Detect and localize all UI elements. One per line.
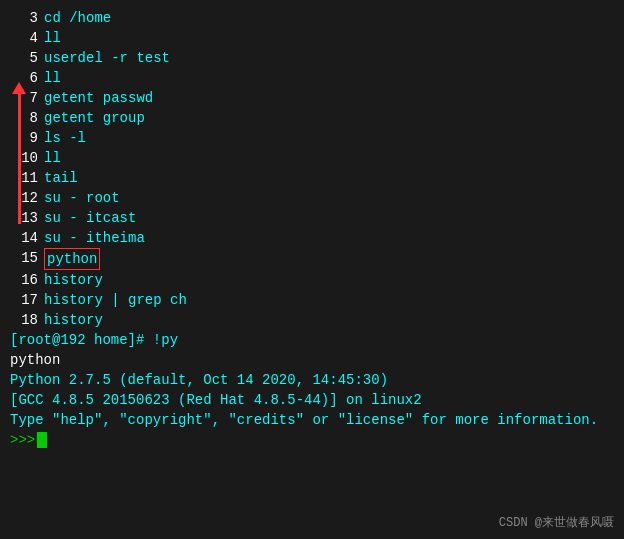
line-command: getent group	[44, 108, 145, 128]
history-line: 9ls -l	[10, 128, 614, 148]
line-command: history	[44, 310, 103, 330]
line-command: getent passwd	[44, 88, 153, 108]
history-lines: 3cd /home4ll5userdel -r test6ll7getent p…	[10, 8, 614, 330]
history-line: 17history | grep ch	[10, 290, 614, 310]
line-number: 17	[10, 290, 38, 310]
line-command: su - root	[44, 188, 120, 208]
history-line: 14su - itheima	[10, 228, 614, 248]
output-line: Type "help", "copyright", "credits" or "…	[10, 410, 614, 430]
history-line: 15python	[10, 248, 614, 270]
line-command: history | grep ch	[44, 290, 187, 310]
history-line: 4ll	[10, 28, 614, 48]
prompt-text: [root@192 home]# !py	[10, 330, 178, 350]
history-line: 3cd /home	[10, 8, 614, 28]
history-line: 6ll	[10, 68, 614, 88]
line-number: 3	[10, 8, 38, 28]
prompt-line: [root@192 home]# !py	[10, 330, 614, 350]
line-command: ll	[44, 148, 61, 168]
history-line: 8getent group	[10, 108, 614, 128]
line-command: su - itcast	[44, 208, 136, 228]
line-command: python	[44, 248, 100, 270]
history-line: 10ll	[10, 148, 614, 168]
python-prompt-line: >>>	[10, 430, 614, 450]
line-number: 5	[10, 48, 38, 68]
cursor	[37, 432, 47, 448]
arrow-head	[12, 82, 26, 94]
output-lines: pythonPython 2.7.5 (default, Oct 14 2020…	[10, 350, 614, 430]
history-line: 18history	[10, 310, 614, 330]
watermark: CSDN @来世做春风嗫	[499, 514, 614, 531]
arrow-shaft	[18, 94, 21, 224]
python-prompt: >>>	[10, 430, 35, 450]
history-line: 12su - root	[10, 188, 614, 208]
line-command: tail	[44, 168, 78, 188]
terminal: 3cd /home4ll5userdel -r test6ll7getent p…	[0, 0, 624, 539]
output-line: python	[10, 350, 614, 370]
history-line: 7getent passwd	[10, 88, 614, 108]
line-command: ls -l	[44, 128, 86, 148]
line-command: ll	[44, 68, 61, 88]
line-number: 16	[10, 270, 38, 290]
line-number: 14	[10, 228, 38, 248]
line-number: 18	[10, 310, 38, 330]
output-line: Python 2.7.5 (default, Oct 14 2020, 14:4…	[10, 370, 614, 390]
history-line: 11tail	[10, 168, 614, 188]
output-line: [GCC 4.8.5 20150623 (Red Hat 4.8.5-44)] …	[10, 390, 614, 410]
line-command: cd /home	[44, 8, 111, 28]
line-command: ll	[44, 28, 61, 48]
history-line: 13su - itcast	[10, 208, 614, 228]
line-command: history	[44, 270, 103, 290]
history-line: 16history	[10, 270, 614, 290]
line-command: su - itheima	[44, 228, 145, 248]
arrow-indicator	[12, 82, 26, 224]
highlighted-command: python	[44, 248, 100, 270]
line-number: 4	[10, 28, 38, 48]
history-line: 5userdel -r test	[10, 48, 614, 68]
line-command: userdel -r test	[44, 48, 170, 68]
line-number: 15	[10, 248, 38, 268]
